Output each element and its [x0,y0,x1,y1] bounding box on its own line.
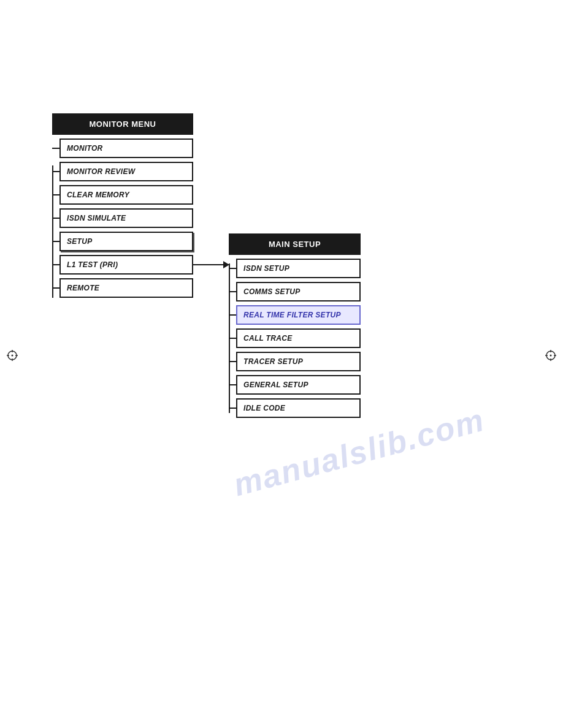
connector-setup [52,241,59,242]
right-menu-item-isdn-setup[interactable]: ISDN SETUP [236,259,361,278]
menu-item-setup[interactable]: SETUP [59,232,193,251]
menu-item-isdn-simulate[interactable]: ISDN SIMULATE [59,208,193,228]
connector-clear-memory [52,194,59,195]
menu-row-isdn-simulate: ISDN SIMULATE [52,208,193,228]
crosshair-right-icon [545,349,557,362]
menu-item-l1-test[interactable]: L1 TEST (PRI) [59,255,193,275]
right-conn-call-trace [229,338,236,339]
svg-point-5 [12,355,13,357]
right-menu-item-general-setup[interactable]: GENERAL SETUP [236,375,361,395]
right-menu-items: ISDN SETUP COMMS SETUP REAL TIME FILTER … [229,259,361,418]
menu-row-clear-memory: CLEAR MEMORY [52,185,193,205]
connector-monitor [52,148,59,149]
menu-item-monitor-review[interactable]: MONITOR REVIEW [59,162,193,181]
menu-row-monitor: MONITOR [52,138,193,158]
right-menu-row-comms-setup: COMMS SETUP [229,282,361,301]
menu-row-setup: SETUP [52,232,193,251]
menu-row-monitor-review: MONITOR REVIEW [52,162,193,181]
right-menu-row-general-setup: GENERAL SETUP [229,375,361,395]
right-menu-item-rtf-setup[interactable]: REAL TIME FILTER SETUP [236,305,361,325]
right-conn-tracer-setup [229,361,236,362]
right-menu-row-rtf-setup: REAL TIME FILTER SETUP [229,305,361,325]
right-conn-rtf-setup [229,314,236,316]
right-conn-isdn-setup [229,268,236,269]
menu-item-monitor[interactable]: MONITOR [59,138,193,158]
right-conn-idle-code [229,408,236,409]
right-conn-general-setup [229,384,236,385]
connector-remote [52,287,59,289]
arrow-line [193,264,229,265]
right-menu-row-isdn-setup: ISDN SETUP [229,259,361,278]
right-menu-item-tracer-setup[interactable]: TRACER SETUP [236,352,361,371]
right-menu-item-idle-code[interactable]: IDLE CODE [236,398,361,418]
right-menu-item-comms-setup[interactable]: COMMS SETUP [236,282,361,301]
main-setup-header: MAIN SETUP [229,233,361,255]
right-conn-comms-setup [229,291,236,292]
menu-item-remote[interactable]: REMOTE [59,278,193,298]
menu-row-remote: REMOTE [52,278,193,298]
svg-point-11 [550,355,552,357]
right-menu-section: MAIN SETUP ISDN SETUP COMMS SETUP REAL T… [229,233,361,418]
right-menu-row-tracer-setup: TRACER SETUP [229,352,361,371]
connector-isdn-simulate [52,218,59,219]
diagram-container: MONITOR MENU MONITOR MONITOR REVIEW CLEA… [52,113,361,418]
connector-monitor-review [52,171,59,172]
left-menu-section: MONITOR MENU MONITOR MONITOR REVIEW CLEA… [52,113,193,298]
arrow-connector [193,264,229,265]
right-menu-row-idle-code: IDLE CODE [229,398,361,418]
menu-row-l1-test: L1 TEST (PRI) [52,255,193,275]
menu-item-clear-memory[interactable]: CLEAR MEMORY [59,185,193,205]
right-menu-row-call-trace: CALL TRACE [229,328,361,348]
right-menu-item-call-trace[interactable]: CALL TRACE [236,328,361,348]
connector-l1-test [52,264,59,265]
crosshair-left-icon [6,349,18,362]
monitor-menu-header: MONITOR MENU [52,113,193,135]
